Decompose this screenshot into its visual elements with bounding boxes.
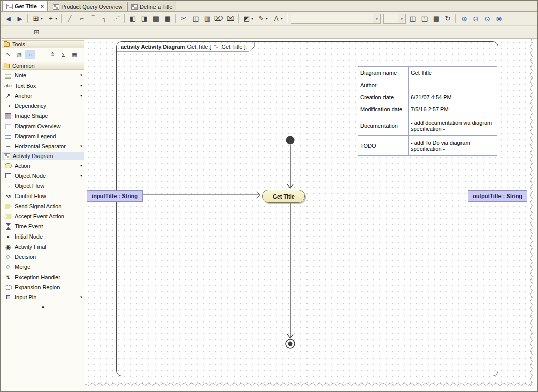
marquee-tool[interactable]: ▧ bbox=[14, 50, 24, 59]
palette-item-expansion-region[interactable]: Expansion Region bbox=[1, 282, 85, 292]
folder-icon bbox=[4, 42, 10, 47]
palette-item-label: Initial Node bbox=[15, 233, 43, 240]
sum-tool[interactable]: Σ bbox=[58, 50, 69, 59]
align-right-button[interactable]: ◨ bbox=[139, 13, 150, 24]
pointer-tool[interactable]: ↖ bbox=[3, 50, 13, 59]
refresh-button[interactable]: ↻ bbox=[442, 13, 453, 24]
close-icon[interactable]: × bbox=[41, 3, 44, 9]
create-diagram-button[interactable]: + bbox=[45, 13, 56, 24]
chevron-down-icon[interactable]: ▼ bbox=[80, 145, 83, 148]
font-color-button[interactable]: A bbox=[271, 13, 282, 24]
diagram-icon bbox=[131, 4, 138, 10]
merge-icon: ◇ bbox=[4, 264, 12, 270]
chevron-down-icon[interactable]: ▾ bbox=[55, 16, 59, 21]
palette-item-diagram-overview[interactable]: Diagram Overview bbox=[1, 121, 85, 131]
palette-item-label: Time Event bbox=[15, 223, 43, 229]
palette-item-label: Exception Handler bbox=[15, 274, 60, 280]
palette-section-common[interactable]: Common bbox=[2, 62, 84, 70]
browse-diagrams-button[interactable]: ⊞ bbox=[31, 27, 42, 38]
zoom-original-button[interactable]: ⊜ bbox=[493, 13, 505, 24]
fill-color-button[interactable]: ◩ bbox=[241, 13, 252, 24]
tab-define-a-title[interactable]: Define a Title bbox=[127, 2, 176, 11]
palette-item-initial-node[interactable]: ● Initial Node bbox=[1, 231, 85, 242]
palette-item-decision[interactable]: ◇ Decision bbox=[1, 252, 85, 262]
distribute-button[interactable]: ▤ bbox=[150, 13, 162, 24]
palette-item-merge[interactable]: ◇ Merge bbox=[1, 262, 85, 272]
activity-diagram-icon bbox=[4, 153, 10, 159]
palette-item-dependency[interactable]: ⇢ Dependency bbox=[1, 101, 85, 111]
input-parameter-node[interactable]: inputTitle : String bbox=[87, 190, 143, 202]
chevron-down-icon[interactable]: ▾ bbox=[373, 14, 380, 23]
oblique-path-button[interactable]: ⋰ bbox=[111, 13, 122, 24]
back-button[interactable]: ◀ bbox=[3, 13, 14, 24]
delete-button[interactable]: ⌦ bbox=[213, 13, 224, 24]
curve-path-button[interactable]: ⌒ bbox=[88, 13, 99, 24]
oval-select-tool[interactable]: ○ bbox=[25, 50, 35, 59]
chevron-down-icon[interactable]: ▼ bbox=[80, 296, 83, 299]
add-row-button[interactable]: ◫ bbox=[407, 13, 418, 24]
layout-button[interactable]: ▦ bbox=[162, 13, 173, 24]
zoom-out-button[interactable]: ⊖ bbox=[470, 13, 481, 24]
align-left-button[interactable]: ◧ bbox=[127, 13, 138, 24]
zoom-combo[interactable]: ▾ bbox=[383, 14, 406, 24]
table-view-button[interactable]: ▤ bbox=[431, 13, 442, 24]
palette-item-anchor[interactable]: ↗ Anchor ▼ bbox=[1, 91, 85, 101]
tab-product-query-overview[interactable]: Product Query Overview bbox=[49, 2, 126, 11]
chevron-down-icon[interactable]: ▼ bbox=[80, 74, 83, 77]
diagram-canvas[interactable]: activity Activity Diagram Get Title [ Ge… bbox=[85, 39, 537, 391]
diagram-tree-button[interactable]: ⊞ bbox=[30, 13, 42, 24]
palette-section-tools[interactable]: Tools bbox=[2, 40, 84, 48]
add-column-button[interactable]: ◰ bbox=[419, 13, 430, 24]
palette-item-note[interactable]: Note ▼ bbox=[1, 70, 85, 81]
chevron-down-icon[interactable]: ▼ bbox=[80, 174, 83, 177]
chevron-down-icon[interactable]: ▾ bbox=[281, 16, 285, 21]
frame-inner-name: Get Title ] bbox=[221, 44, 245, 50]
chevron-down-icon[interactable]: ▼ bbox=[80, 94, 83, 97]
forward-button[interactable]: ▶ bbox=[14, 13, 25, 24]
line-path-button[interactable]: ╱ bbox=[64, 13, 75, 24]
grid-tool[interactable]: ▦ bbox=[69, 50, 80, 59]
diagram-info-table[interactable]: Diagram name Get Title Author Creation d… bbox=[358, 66, 497, 156]
paste-button[interactable]: ▥ bbox=[202, 13, 213, 24]
chevron-down-icon[interactable]: ▼ bbox=[80, 84, 83, 87]
palette-item-label: Text Box bbox=[15, 83, 36, 89]
palette-item-control-flow[interactable]: ↝ Control Flow bbox=[1, 191, 85, 201]
palette-item-exception-handler[interactable]: ↯ Exception Handler bbox=[1, 272, 85, 282]
distribute-tool[interactable]: ⇕ bbox=[47, 50, 58, 59]
align-tool[interactable]: ≡ bbox=[36, 50, 47, 59]
tab-get-title[interactable]: Get Title × bbox=[2, 1, 48, 11]
palette-item-object-node[interactable]: Object Node ▼ bbox=[1, 171, 85, 181]
chevron-down-icon[interactable]: ▾ bbox=[41, 16, 45, 21]
style-combo[interactable]: ▾ bbox=[291, 14, 381, 24]
chevron-down-icon[interactable]: ▾ bbox=[398, 14, 405, 23]
delete-from-model-button[interactable]: ⌧ bbox=[225, 13, 236, 24]
chevron-down-icon[interactable]: ▾ bbox=[266, 16, 270, 21]
info-key: TODO bbox=[358, 136, 409, 156]
action-get-title[interactable]: Get Title bbox=[262, 190, 305, 203]
rectilinear-path-button[interactable]: ⌐ bbox=[76, 13, 87, 24]
palette-item-object-flow[interactable]: → Object Flow bbox=[1, 181, 85, 191]
palette-item-text-box[interactable]: abc Text Box ▼ bbox=[1, 81, 85, 91]
palette-item-action[interactable]: Action ▼ bbox=[1, 161, 85, 171]
palette-item-activity-final[interactable]: ◉ Activity Final bbox=[1, 242, 85, 252]
chevron-down-icon[interactable]: ▼ bbox=[80, 164, 83, 167]
line-color-button[interactable]: ✎ bbox=[256, 13, 267, 24]
palette-item-time-event[interactable]: Time Event bbox=[1, 221, 85, 231]
palette-item-horizontal-separator[interactable]: ---- Horizontal Separator ▼ bbox=[1, 141, 85, 151]
palette-item-send-signal-action[interactable]: Send Signal Action bbox=[1, 201, 85, 211]
zoom-fit-button[interactable]: ⊙ bbox=[482, 13, 493, 24]
palette-section-activity-diagram[interactable]: Activity Diagram bbox=[2, 152, 84, 160]
cut-button[interactable]: ✂ bbox=[178, 13, 189, 24]
palette-item-diagram-legend[interactable]: Diagram Legend bbox=[1, 131, 85, 141]
palette-item-accept-event-action[interactable]: Accept Event Action bbox=[1, 211, 85, 221]
section-label: Tools bbox=[12, 41, 25, 47]
output-parameter-node[interactable]: outputTitle : String bbox=[468, 190, 527, 202]
copy-button[interactable]: ◫ bbox=[190, 13, 201, 24]
palette-item-image-shape[interactable]: Image Shape bbox=[1, 111, 85, 121]
chevron-down-icon[interactable]: ▾ bbox=[251, 16, 255, 21]
rounded-path-button[interactable]: ╮ bbox=[99, 13, 110, 24]
palette-scroll-up-button[interactable]: ▲ bbox=[1, 302, 85, 309]
input-pin-icon bbox=[6, 295, 10, 299]
palette-item-input-pin[interactable]: Input Pin ▼ bbox=[1, 292, 85, 302]
zoom-in-button[interactable]: ⊕ bbox=[458, 13, 470, 24]
